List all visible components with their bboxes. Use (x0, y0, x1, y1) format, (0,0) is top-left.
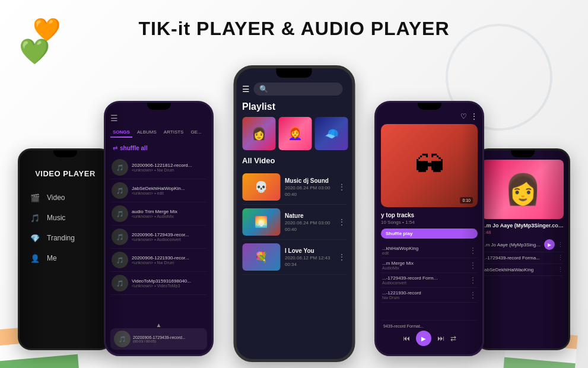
shuffle-play-button[interactable]: Shuffle play (381, 229, 478, 239)
video-row-2[interactable]: 💐 I Love You 2020.06.12 PM 12:43 00:34 ⋮ (242, 240, 346, 275)
video-menu-icon: 🎬 (29, 192, 41, 204)
me-menu-label: Me (47, 254, 57, 262)
p5-more-1[interactable]: ⋮ (557, 254, 564, 262)
video-thumb-1: 🌅 (242, 208, 280, 236)
mini-more-0[interactable]: ⋮ (469, 246, 476, 255)
thumb-2-content: 👩‍🦰 (278, 117, 312, 150)
player-controls: ⏮ ▶ ⏭ ⇄ (383, 331, 475, 346)
song-name-0: 20200906-1221812-record... (132, 163, 206, 168)
shuffle-ctrl-icon[interactable]: ⇄ (450, 334, 456, 342)
mini-name-2: ...-1729439-record Form... (382, 275, 467, 281)
phone-5-top-image: 👩 (482, 160, 564, 219)
phone-3-search-bar[interactable]: 🔍 (253, 83, 342, 96)
p5-row-1[interactable]: ...-1729439-record Forma... ⋮ (482, 252, 564, 264)
song-avatar-5: 🎵 (112, 275, 128, 291)
phone-2-hamburger-icon[interactable]: ☰ (110, 113, 118, 123)
song-info-4: 20200906-1221930-recor... <unknown> • Nw… (132, 255, 206, 265)
shuffle-label: shuffle all (120, 145, 148, 151)
p5-row-name-0: ...m Jo Aaye (MyMp3Singer.com) (482, 242, 542, 248)
video-row-0[interactable]: 💀 Music dj Sound 2020.06.24 PM 03:00 00:… (242, 170, 346, 205)
tab-genres[interactable]: GE... (188, 128, 204, 138)
video-info-0: Music dj Sound 2020.06.24 PM 03:00 00:40 (285, 177, 333, 197)
video-more-1[interactable]: ⋮ (338, 217, 346, 227)
p5-row-info-2: JabSeDekhiHaiWaoKing (482, 267, 555, 272)
mini-info-1: ...m Merge Mix AudioMix (382, 261, 467, 270)
song-name-4: 20200906-1221930-recor... (132, 255, 206, 261)
video-info-1: Nature 2020.06.24 PM 03:00 00:40 (285, 212, 333, 232)
tab-artists[interactable]: ARTISTS (161, 128, 186, 138)
phone-1-menu-video[interactable]: 🎬 Video (27, 188, 104, 208)
p5-row-2[interactable]: JabSeDekhiHaiWaoKing ⋮ (482, 264, 564, 276)
video-info-2: I Love You 2020.06.12 PM 12:43 00:34 (285, 248, 333, 267)
shuffle-all-button[interactable]: ⇄ shuffle all (110, 142, 207, 154)
song-info-0: 20200906-1221812-record... <unknown> • N… (132, 163, 206, 172)
phone-2-player-bar[interactable]: 🎵 20200906-1729439-record... (00:03 / 00… (110, 328, 207, 350)
tab-songs[interactable]: SONGS (110, 128, 132, 138)
mini-more-3[interactable]: ⋮ (469, 291, 476, 299)
phone-1-menu-me[interactable]: 👤 Me (27, 248, 104, 268)
song-sub-0: <unknown> • Nw Drum (132, 168, 206, 172)
p5-play-0[interactable]: ▶ (544, 239, 555, 250)
prev-icon[interactable]: ⏮ (403, 334, 410, 342)
phone-4-content: ♡ ⋮ 🕶 0:10 y top tracks 10 Songs • 1:54 … (376, 103, 482, 354)
song-avatar-3: 🎵 (112, 229, 128, 245)
song-row-5[interactable]: 🎵 VideoToMp315931698040... <unknown> • V… (110, 272, 207, 295)
video-row-1[interactable]: 🌅 Nature 2020.06.24 PM 03:00 00:40 ⋮ (242, 205, 346, 240)
play-button[interactable]: ▶ (416, 331, 431, 346)
video-emoji-1: 🌅 (255, 215, 268, 229)
phone-1-menu-music[interactable]: 🎵 Music (27, 208, 104, 228)
song-row-2[interactable]: 🎵 audio Trim Merge Mix <unknown> • Audio… (110, 202, 207, 226)
phone-1-menu-trending[interactable]: 💎 Tranding (27, 228, 104, 248)
heart-icon[interactable]: ♡ (460, 112, 467, 120)
song-info-5: VideoToMp315931698040... <unknown> • Vid… (132, 278, 206, 288)
phone-4-track-title: y top tracks (381, 212, 478, 218)
next-icon[interactable]: ⏭ (437, 334, 444, 342)
thumb-1-content: 👩 (242, 117, 275, 150)
video-emoji-2: 💐 (255, 250, 268, 264)
mini-row-0[interactable]: ...khiHaiWopKing edit ⋮ (381, 243, 478, 258)
mini-info-0: ...khiHaiWopKing edit (382, 246, 467, 255)
player-bar-track: 9439-record Format... (383, 324, 475, 328)
song-row-3[interactable]: 🎵 20200906-1729439-recor... <unknown> • … (110, 226, 207, 249)
p5-more-0[interactable]: ⋮ (557, 241, 564, 249)
video-more-2[interactable]: ⋮ (338, 252, 346, 262)
phone-5-content: 👩 ...m Jo Aaye (MyMp3Singer.com) 1:48 ..… (477, 150, 568, 348)
mini-more-2[interactable]: ⋮ (469, 276, 476, 284)
big-thumb-emoji: 🕶 (415, 148, 444, 183)
phone-3-menu-icon[interactable]: ☰ (242, 84, 250, 94)
video-more-0[interactable]: ⋮ (338, 182, 346, 192)
song-info-1: JabSeDekhiHaiWopKin... <unknown> • edit (132, 186, 206, 195)
player-bar-info: 20200906-1729439-record... (00:03 / 00:0… (133, 335, 204, 343)
song-name-1: JabSeDekhiHaiWopKin... (132, 186, 206, 191)
video-date-1: 2020.06.24 PM 03:00 (285, 220, 333, 226)
song-row-1[interactable]: 🎵 JabSeDekhiHaiWopKin... <unknown> • edi… (110, 179, 207, 202)
p5-more-2[interactable]: ⋮ (557, 266, 564, 274)
mini-more-1[interactable]: ⋮ (469, 261, 476, 269)
more-icon[interactable]: ⋮ (471, 112, 478, 120)
song-name-5: VideoToMp315931698040... (132, 278, 206, 284)
p5-row-0[interactable]: ...m Jo Aaye (MyMp3Singer.com) ▶ ⋮ (482, 237, 564, 252)
song-sub-5: <unknown> • VideoToMp3 (132, 284, 206, 288)
video-name-1: Nature (285, 212, 333, 219)
tab-albums[interactable]: ALBUMS (135, 128, 159, 138)
mini-name-0: ...khiHaiWopKing (382, 246, 467, 251)
phone-5-track-meta: 1:48 (482, 230, 564, 235)
time-badge: 0:10 (460, 197, 473, 204)
phone-4-notch (418, 103, 441, 110)
mini-row-2[interactable]: ...-1729439-record Form... Audioconvert … (381, 273, 478, 288)
trending-menu-label: Tranding (47, 234, 75, 242)
mini-row-3[interactable]: ...-1221930-record Nw Drum ⋮ (381, 288, 478, 303)
mini-name-1: ...m Merge Mix (382, 261, 467, 266)
song-avatar-0: 🎵 (112, 159, 128, 176)
video-thumb-2: 💐 (242, 243, 280, 271)
song-row-0[interactable]: 🎵 20200906-1221812-record... <unknown> •… (110, 156, 207, 179)
song-sub-2: <unknown> • AudioMix (132, 214, 206, 218)
player-bar-name: 20200906-1729439-record... (133, 335, 204, 340)
phone-1-content: VIDEO PLAYER 🎬 Video 🎵 Music 💎 Tranding … (20, 150, 111, 348)
video-date-2: 2020.06.12 PM 12:43 (285, 255, 333, 261)
mini-info-2: ...-1729439-record Form... Audioconvert (382, 275, 467, 285)
player-bar-time: (00:03 / 00:05) (133, 340, 204, 343)
mini-row-1[interactable]: ...m Merge Mix AudioMix ⋮ (381, 258, 478, 273)
mini-info-3: ...-1221930-record Nw Drum (382, 290, 467, 300)
song-row-4[interactable]: 🎵 20200906-1221930-recor... <unknown> • … (110, 249, 207, 272)
